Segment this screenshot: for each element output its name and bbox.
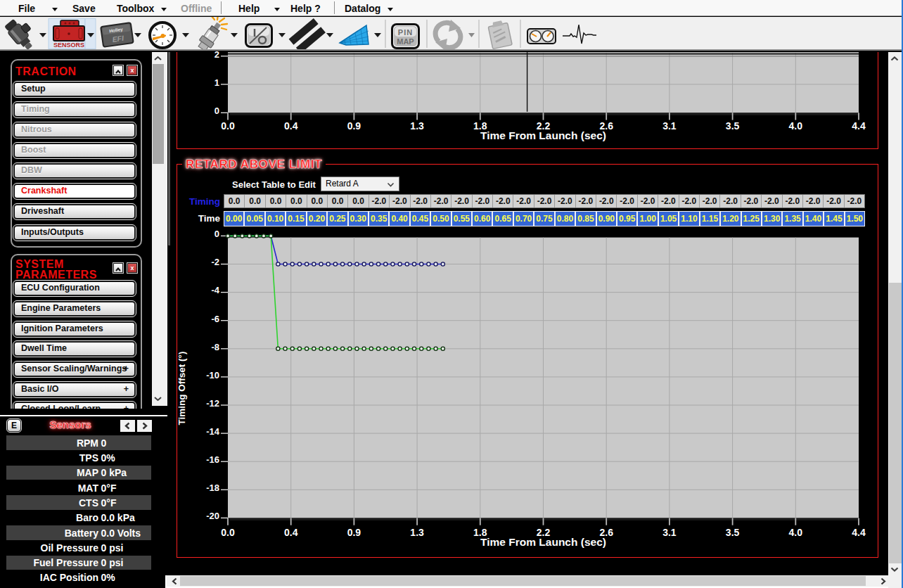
svg-text:-12: -12	[206, 398, 219, 409]
svg-text:-2: -2	[211, 257, 219, 267]
svg-text:0.4: 0.4	[284, 120, 298, 132]
svg-text:1.3: 1.3	[410, 527, 424, 538]
svg-text:Time From Launch (sec): Time From Launch (sec)	[480, 536, 606, 548]
svg-text:0: 0	[214, 106, 219, 116]
svg-text:-8: -8	[211, 342, 219, 352]
svg-text:Time From Launch (sec): Time From Launch (sec)	[480, 129, 606, 141]
svg-text:3.1: 3.1	[662, 527, 677, 538]
svg-text:-18: -18	[206, 482, 219, 493]
svg-text:0.0: 0.0	[221, 527, 235, 538]
svg-text:4.4: 4.4	[852, 120, 866, 132]
svg-text:0.9: 0.9	[347, 120, 361, 132]
svg-text:0.0: 0.0	[221, 120, 235, 132]
svg-text:-6: -6	[211, 314, 219, 324]
svg-text:4.4: 4.4	[852, 527, 866, 538]
svg-text:-10: -10	[206, 370, 219, 381]
svg-text:1: 1	[214, 77, 219, 88]
svg-text:3.5: 3.5	[726, 527, 740, 538]
svg-text:3.1: 3.1	[662, 120, 677, 132]
svg-text:Timing Offset (°): Timing Offset (°)	[177, 352, 187, 426]
svg-text:1.3: 1.3	[410, 120, 424, 132]
svg-text:-20: -20	[206, 511, 219, 521]
svg-text:4.0: 4.0	[789, 527, 803, 538]
svg-text:0.9: 0.9	[347, 527, 361, 538]
svg-text:3.5: 3.5	[726, 120, 740, 132]
svg-text:0: 0	[214, 229, 219, 239]
svg-text:4.0: 4.0	[789, 120, 803, 132]
svg-text:-16: -16	[206, 454, 219, 465]
svg-text:0.4: 0.4	[284, 527, 298, 538]
svg-text:-14: -14	[206, 426, 220, 437]
svg-text:-4: -4	[211, 285, 219, 295]
svg-text:2: 2	[214, 49, 219, 60]
